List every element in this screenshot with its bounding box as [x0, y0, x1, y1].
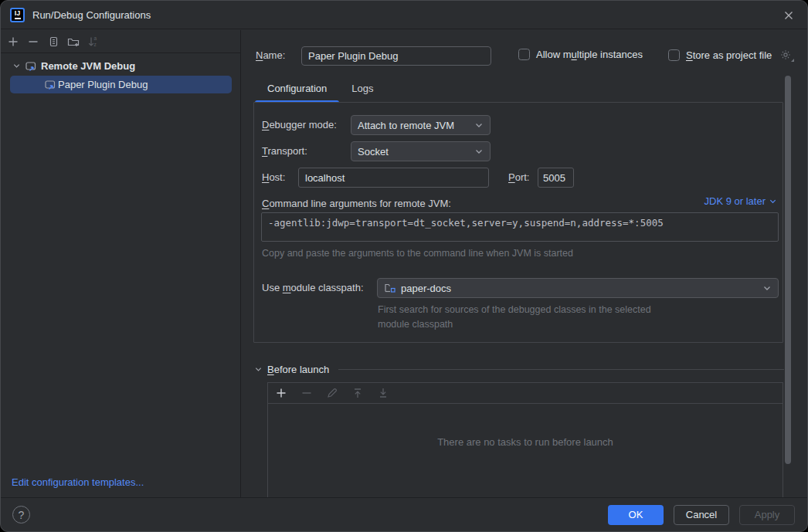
chevron-down-icon [474, 147, 484, 156]
before-launch-panel: There are no tasks to run before launch [267, 382, 783, 497]
svg-text:z: z [94, 42, 97, 47]
configuration-form: Debugger mode: Attach to remote JVM Tran… [253, 102, 783, 343]
cmdline-args-label: Command line arguments for remote JVM: [262, 198, 451, 209]
remote-debug-icon [44, 79, 56, 91]
transport-label: Transport: [262, 145, 307, 157]
tree-child-label: Paper Plugin Debug [58, 79, 148, 90]
module-classpath-hint: First search for sources of the debugged… [378, 303, 679, 333]
name-row: Name: Allow multiple instances Store as … [242, 46, 807, 66]
chevron-down-icon [762, 283, 772, 293]
module-folder-icon [384, 282, 396, 294]
sidebar-toolbar: a z [1, 30, 240, 53]
close-icon[interactable] [781, 8, 796, 23]
name-label: Name: [256, 49, 285, 61]
tab-logs[interactable]: Logs [339, 76, 385, 103]
dialog-title: Run/Debug Configurations [32, 9, 151, 21]
transport-value: Socket [358, 146, 389, 158]
add-icon[interactable] [7, 36, 19, 48]
jdk-version-label: JDK 9 or later [704, 195, 766, 207]
tree-item-paper-plugin-debug-selected[interactable]: Paper Plugin Debug [10, 76, 232, 93]
chevron-down-icon [769, 197, 777, 205]
host-input[interactable] [298, 168, 489, 188]
logo-text: IJ [15, 10, 21, 17]
allow-multiple-instances-label: Allow multiple instances [536, 49, 643, 60]
cmdline-args-textarea[interactable]: -agentlib:jdwp=transport=dt_socket,serve… [261, 212, 779, 242]
transport-select[interactable]: Socket [351, 141, 491, 161]
before-launch-toolbar [268, 383, 783, 404]
allow-multiple-instances-checkbox[interactable] [518, 49, 530, 60]
module-classpath-value: paper-docs [401, 283, 451, 294]
before-launch-header: Before launch [254, 364, 784, 375]
chevron-down-icon[interactable] [254, 365, 263, 374]
allow-multiple-instances-option[interactable]: Allow multiple instances [518, 49, 643, 60]
section-divider [338, 369, 784, 370]
help-icon[interactable]: ? [12, 506, 30, 524]
port-input[interactable] [538, 168, 574, 188]
store-as-project-file-option[interactable]: Store as project file [668, 49, 792, 61]
dialog-footer: ? OK Cancel Apply [1, 497, 807, 531]
jdk-version-dropdown[interactable]: JDK 9 or later [704, 195, 777, 207]
cancel-button[interactable]: Cancel [674, 505, 729, 525]
move-up-icon[interactable] [351, 387, 364, 399]
chevron-down-icon [474, 120, 484, 130]
run-debug-configurations-dialog: IJ Run/Debug Configurations [0, 0, 808, 532]
remove-icon[interactable] [300, 387, 313, 399]
tree-parent-label: Remote JVM Debug [41, 60, 135, 72]
before-launch-label: Before launch [267, 364, 329, 375]
tree-item-remote-jvm-debug[interactable]: Remote JVM Debug [1, 57, 240, 75]
port-label: Port: [508, 171, 529, 183]
debugger-mode-label: Debugger mode: [262, 119, 337, 130]
configurations-sidebar: a z Remote JVM Debug [1, 30, 241, 497]
configurations-tree: Remote JVM Debug Paper Plugin Debug [1, 53, 240, 93]
copy-icon[interactable] [47, 36, 59, 48]
module-classpath-label: Use module classpath: [262, 282, 364, 293]
edit-configuration-templates-link[interactable]: Edit configuration templates... [12, 476, 144, 488]
store-as-project-file-label: Store as project file [686, 49, 772, 61]
apply-button[interactable]: Apply [739, 505, 795, 525]
title-bar: IJ Run/Debug Configurations [1, 1, 807, 29]
svg-text:a: a [94, 36, 97, 41]
name-input[interactable] [301, 46, 491, 66]
remove-icon[interactable] [27, 36, 39, 48]
host-label: Host: [262, 171, 285, 183]
vertical-scrollbar[interactable] [785, 76, 791, 464]
chevron-down-icon[interactable] [12, 62, 21, 70]
remote-debug-icon [25, 60, 37, 73]
edit-pencil-icon[interactable] [326, 387, 338, 399]
tab-bar: Configuration Logs [255, 76, 386, 103]
before-launch-empty-text: There are no tasks to run before launch [268, 436, 783, 448]
sort-alpha-icon[interactable]: a z [87, 36, 100, 48]
gear-icon[interactable] [779, 49, 792, 61]
add-icon[interactable] [275, 387, 287, 399]
intellij-logo-icon: IJ [10, 8, 25, 22]
configuration-editor-panel: Name: Allow multiple instances Store as … [242, 29, 807, 497]
debugger-mode-value: Attach to remote JVM [358, 120, 454, 131]
module-classpath-select[interactable]: paper-docs [377, 278, 779, 298]
ok-button[interactable]: OK [608, 505, 664, 525]
debugger-mode-select[interactable]: Attach to remote JVM [351, 115, 491, 135]
move-down-icon[interactable] [377, 387, 389, 399]
store-as-project-file-checkbox[interactable] [668, 49, 680, 61]
cmdline-hint: Copy and paste the arguments to the comm… [262, 248, 573, 259]
new-folder-icon[interactable] [67, 36, 80, 48]
tab-configuration[interactable]: Configuration [255, 76, 339, 103]
